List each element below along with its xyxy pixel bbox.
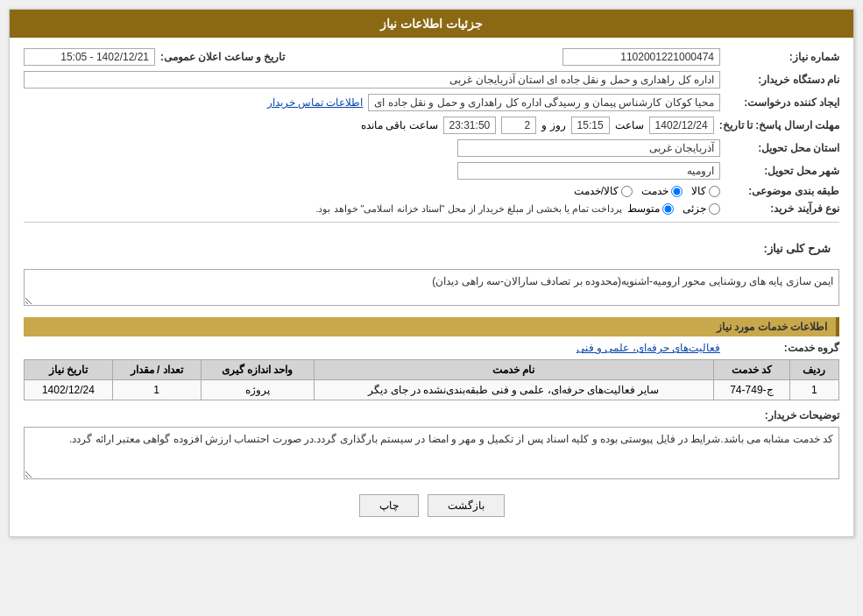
buyer-notes-row: توضیحات خریدار:: [24, 409, 839, 421]
top-info-row: شماره نیاز: 1102001221000474 تاریخ و ساع…: [24, 48, 839, 66]
buyer-org-label: نام دستگاه خریدار:: [725, 74, 839, 86]
services-table: ردیف کد خدمت نام خدمت واحد اندازه گیری ت…: [24, 359, 839, 400]
category-radio-group: کالا خدمت کالا/خدمت: [574, 185, 720, 197]
reply-time-label: ساعت: [615, 119, 644, 131]
category-label-kala-khedmat: کالا/خدمت: [574, 185, 619, 197]
reply-remaining: 23:31:50: [443, 117, 497, 134]
services-section-title: اطلاعات خدمات مورد نیاز: [24, 317, 839, 336]
delivery-city-row: شهر محل تحویل: ارومیه: [24, 162, 839, 180]
cell-quantity: 1: [112, 380, 201, 400]
service-group-label: گروه خدمت:: [725, 342, 839, 354]
reply-deadline-label: مهلت ارسال پاسخ: تا تاریخ:: [719, 119, 839, 131]
cell-service-name: سایر فعالیت‌های حرفه‌ای، علمی و فنی طبقه…: [314, 380, 713, 400]
purchase-type-radio-motavaset[interactable]: [662, 203, 674, 215]
col-date: تاریخ نیاز: [25, 360, 113, 380]
category-label-khedmat: خدمت: [641, 185, 668, 197]
reply-days: 2: [501, 117, 536, 134]
col-unit: واحد اندازه گیری: [201, 360, 314, 380]
table-header-row: ردیف کد خدمت نام خدمت واحد اندازه گیری ت…: [25, 360, 839, 380]
purchase-type-radio-group: جزئی متوسط: [627, 202, 720, 215]
category-option-khedmat: خدمت: [641, 185, 683, 197]
col-service-name: نام خدمت: [314, 360, 713, 380]
reply-remaining-label: ساعت باقی مانده: [361, 119, 438, 131]
page-wrapper: جزئیات اطلاعات نیاز شماره نیاز: 11020012…: [0, 0, 863, 616]
card-body: شماره نیاز: 1102001221000474 تاریخ و ساع…: [10, 38, 853, 536]
buyer-notes-label: توضیحات خریدار:: [743, 409, 839, 421]
announce-label: تاریخ و ساعت اعلان عمومی:: [160, 51, 285, 63]
reply-deadline-row: مهلت ارسال پاسخ: تا تاریخ: 1402/12/24 سا…: [24, 117, 839, 134]
purchase-type-row: نوع فرآیند خرید: جزئی متوسط پرداخت تمام …: [24, 202, 839, 215]
print-button[interactable]: چاپ: [359, 494, 419, 517]
delivery-city-label: شهر محل تحویل:: [725, 165, 839, 177]
buyer-org-value: اداره کل راهداری و حمل و نقل جاده ای است…: [24, 71, 720, 89]
category-option-kala-khedmat: کالا/خدمت: [574, 185, 633, 197]
buyer-notes-textarea[interactable]: [24, 427, 839, 479]
need-number-value: 1102001221000474: [562, 48, 720, 66]
purchase-type-radio-jozii[interactable]: [709, 203, 720, 215]
table-head: ردیف کد خدمت نام خدمت واحد اندازه گیری ت…: [25, 360, 839, 380]
delivery-city-value: ارومیه: [457, 162, 720, 180]
cell-row-num: 1: [789, 380, 838, 400]
cell-date: 1402/12/24: [25, 380, 113, 400]
reply-date: 1402/12/24: [649, 117, 714, 134]
contact-link[interactable]: اطلاعات تماس خریدار: [267, 96, 364, 109]
col-service-code: کد خدمت: [713, 360, 789, 380]
purchase-type-motavaset: متوسط: [627, 202, 674, 215]
btn-group: بازگشت چاپ: [24, 494, 839, 526]
card-header: جزئیات اطلاعات نیاز: [10, 10, 853, 38]
delivery-province-label: استان محل تحویل:: [725, 142, 839, 154]
table-row: 1 ج-749-74 سایر فعالیت‌های حرفه‌ای، علمی…: [25, 380, 839, 400]
purchase-type-label-motavaset: متوسط: [627, 202, 660, 215]
purchase-type-label: نوع فرآیند خرید:: [725, 202, 839, 215]
card-title: جزئیات اطلاعات نیاز: [380, 17, 483, 31]
need-desc-section-title: شرح کلی نیاز:: [743, 238, 839, 258]
creator-row: ایجاد کننده درخواست: محیا کوکان کارشناس …: [24, 94, 839, 111]
delivery-province-row: استان محل تحویل: آذربایجان غربی: [24, 139, 839, 157]
category-radio-khedmat[interactable]: [671, 186, 683, 197]
category-option-kala: کالا: [691, 185, 720, 197]
main-card: جزئیات اطلاعات نیاز شماره نیاز: 11020012…: [9, 9, 854, 537]
creator-label: ایجاد کننده درخواست:: [725, 96, 839, 109]
table-body: 1 ج-749-74 سایر فعالیت‌های حرفه‌ای، علمی…: [25, 380, 839, 400]
need-desc-row: شرح کلی نیاز:: [24, 230, 839, 264]
reply-days-label: روز و: [541, 119, 565, 131]
service-group-value[interactable]: فعالیت‌های حرفه‌ای، علمی و فنی: [577, 342, 720, 354]
creator-value: محیا کوکان کارشناس پیمان و رسیدگی اداره …: [368, 94, 720, 111]
col-row-num: ردیف: [789, 360, 838, 380]
announce-value: 1402/12/21 - 15:05: [24, 48, 155, 66]
cell-service-code: ج-749-74: [713, 380, 789, 400]
service-group-row: گروه خدمت: فعالیت‌های حرفه‌ای، علمی و فن…: [24, 342, 839, 354]
buyer-notes-container: [24, 427, 839, 482]
need-desc-textarea[interactable]: [24, 269, 839, 306]
col-quantity: تعداد / مقدار: [112, 360, 201, 380]
purchase-type-label-jozii: جزئی: [683, 202, 706, 215]
need-desc-container: [24, 269, 839, 308]
cell-unit: پروژه: [201, 380, 314, 400]
delivery-province-value: آذربایجان غربی: [457, 139, 720, 157]
purchase-type-note: پرداخت تمام یا بخشی از مبلغ خریدار از مح…: [315, 203, 622, 215]
need-number-label: شماره نیاز:: [725, 51, 839, 63]
purchase-type-jozii: جزئی: [683, 202, 720, 215]
category-row: طبقه بندی موضوعی: کالا خدمت کالا/خدمت: [24, 185, 839, 197]
category-radio-kala[interactable]: [709, 186, 720, 197]
category-label: طبقه بندی موضوعی:: [725, 185, 839, 197]
buyer-org-row: نام دستگاه خریدار: اداره کل راهداری و حم…: [24, 71, 839, 89]
category-radio-kala-khedmat[interactable]: [621, 186, 633, 197]
reply-time: 15:15: [571, 117, 610, 134]
category-label-kala: کالا: [691, 185, 706, 197]
back-button[interactable]: بازگشت: [428, 494, 505, 517]
